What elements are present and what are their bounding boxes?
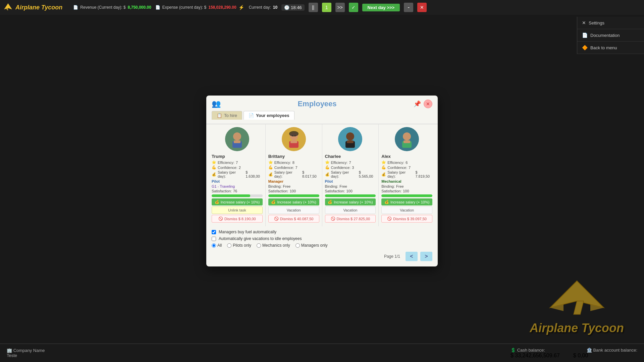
radio-pilots-input[interactable] — [227, 243, 231, 248]
radio-mechanics-label: Mechanics only — [262, 243, 290, 248]
tab-your-employees[interactable]: 📄 Your employees — [244, 111, 294, 120]
radio-all-label: All — [217, 243, 222, 248]
topbar-close-btn[interactable]: ✕ — [417, 3, 427, 12]
modal-overlay: 👥 Employees 📌 ✕ 📋 To hire 📄 Your employe… — [0, 0, 644, 362]
alex-confidence: 💪 Confidence: 7 — [381, 165, 432, 170]
trump-name: Trump — [212, 154, 263, 159]
cash-info: 💲 Cash balance: $ 33,242,656,509.67 — [511, 348, 560, 359]
svg-point-18 — [346, 132, 354, 140]
pause-btn[interactable]: || — [309, 3, 318, 12]
efficiency-icon-a: ⭐ — [381, 160, 386, 165]
radio-mechanics-input[interactable] — [257, 243, 261, 248]
alex-vacation-btn[interactable]: Vacation — [381, 206, 432, 214]
speed2-btn[interactable]: >> — [335, 3, 345, 12]
modal-header: 👥 Employees 📌 ✕ — [206, 96, 438, 111]
doc-icon: 📄 — [582, 33, 588, 38]
tab-your-employees-label: Your employees — [256, 113, 289, 118]
charlee-salary-btn[interactable]: 💰 Increase salary (+ 10%) — [325, 198, 376, 205]
radio-mechanics[interactable]: Mechanics only — [257, 243, 290, 248]
alex-satisfaction-bar — [381, 194, 432, 197]
alex-dismiss-btn[interactable]: 🚫 Dismiss $ 39.097,50 — [381, 215, 432, 223]
charlee-vacation-btn[interactable]: Vacation — [325, 206, 376, 214]
settings-label: Settings — [589, 20, 604, 25]
charlee-avatar-svg — [339, 128, 361, 150]
checkbox-fuel-row: Managers buy fuel automatically — [212, 230, 432, 234]
alex-avatar-svg — [396, 128, 418, 150]
svg-rect-24 — [404, 140, 410, 143]
employees-modal: 👥 Employees 📌 ✕ 📋 To hire 📄 Your employe… — [206, 96, 438, 266]
right-menu: ✕ Settings 📄 Documentation 🔶 Back to men… — [577, 17, 644, 54]
alex-satisfaction-label: Satisfaction: 100 — [381, 189, 432, 193]
arrow-icon: 🔶 — [582, 45, 588, 50]
svg-rect-20 — [347, 140, 354, 143]
alex-name: Alex — [381, 154, 432, 159]
employee-card-charlee: Charlee ⭐ Efficiency: 7 💪 Confidence: 3 … — [322, 124, 379, 226]
trump-salary-btn[interactable]: 💰 Increase salary (+ 10%) — [212, 198, 263, 205]
documentation-label: Documentation — [590, 33, 620, 38]
trump-unlink-btn[interactable]: Unlink task — [212, 206, 263, 214]
brittany-dismiss-btn[interactable]: 🚫 Dismiss $ 40.087,50 — [268, 215, 319, 223]
check-btn[interactable]: ✓ — [349, 3, 358, 12]
charlee-satisfaction-bar-container — [325, 194, 376, 197]
confidence-icon-b: 💪 — [268, 165, 273, 170]
trump-dismiss-btn[interactable]: 🚫 Dismiss $ 8.190,00 — [212, 215, 263, 223]
tab-to-hire[interactable]: 📋 To hire — [212, 111, 242, 120]
bank-info: 🏦 Bank account balance: $ 0,00 — [573, 348, 637, 359]
charlee-dismiss-btn[interactable]: 🚫 Dismiss $ 27.825,00 — [325, 215, 376, 223]
checkbox-fuel[interactable] — [212, 230, 216, 234]
radio-pilots-label: Pilots only — [233, 243, 251, 248]
alex-salary-btn[interactable]: 💰 Increase salary (+ 10%) — [381, 198, 432, 205]
modal-close-btn[interactable]: ✕ — [424, 100, 432, 108]
confidence-icon-c: 💪 — [325, 165, 330, 170]
radio-managers[interactable]: Managers only — [296, 243, 328, 248]
charlee-satisfaction-label: Satisfaction: 100 — [325, 189, 376, 193]
settings-menu-item[interactable]: ✕ Settings — [577, 17, 644, 29]
back-to-menu-item[interactable]: 🔶 Back to menu — [577, 42, 644, 54]
revenue-label: Revenue (Current day): $ — [80, 5, 125, 10]
charlee-confidence: 💪 Confidence: 3 — [325, 165, 376, 170]
salary-icon-a: 💰 — [381, 172, 386, 177]
brittany-binding: Binding: Free — [268, 184, 319, 188]
radio-pilots[interactable]: Pilots only — [227, 243, 251, 248]
efficiency-icon: ⭐ — [212, 160, 216, 165]
radio-all[interactable]: All — [212, 243, 222, 248]
trump-satisfaction-label: Satisfaction: 76 — [212, 189, 263, 193]
alex-efficiency: ⭐ Efficiency: 6 — [381, 160, 432, 165]
prev-page-btn[interactable]: < — [406, 252, 418, 261]
brittany-name: Brittany — [268, 154, 319, 159]
next-page-btn[interactable]: > — [420, 252, 432, 261]
speed1-btn[interactable]: 1 — [322, 3, 331, 12]
trump-satisfaction-bar — [212, 194, 250, 197]
documentation-menu-item[interactable]: 📄 Documentation — [577, 29, 644, 42]
employees-grid: Trump ⭐ Efficiency: 7 💪 Confidence: 2 💰 … — [206, 124, 438, 226]
time-block: 🕐 18:46 — [281, 4, 305, 11]
dismiss-icon-c: 🚫 — [331, 217, 335, 221]
revenue-value: 8,750,000.00 — [128, 5, 151, 10]
radio-managers-label: Managers only — [301, 243, 328, 248]
brittany-salary: 💰 Salary (per day): $ 8.017,50 — [268, 170, 319, 178]
alex-satisfaction-bar-container — [381, 194, 432, 197]
expense-doc-icon: 📄 — [155, 5, 160, 10]
radio-all-input[interactable] — [212, 243, 216, 248]
logo-area: Airplane Tycoon — [3, 3, 62, 12]
brittany-satisfaction-label: Satisfaction: 100 — [268, 189, 319, 193]
checkbox-fuel-label: Managers buy fuel automatically — [219, 230, 276, 234]
svg-rect-16 — [290, 140, 297, 143]
topbar-minus-btn[interactable]: - — [404, 3, 413, 12]
alex-binding: Binding: Free — [381, 184, 432, 188]
svg-point-13 — [292, 135, 293, 136]
brittany-salary-btn[interactable]: 💰 Increase salary (+ 10%) — [268, 198, 319, 205]
pin-icon: 📌 — [414, 100, 421, 108]
radio-managers-input[interactable] — [296, 243, 300, 248]
avatar-brittany — [282, 127, 306, 151]
bank-label-block: 🏦 Bank account balance: — [587, 348, 637, 353]
avatar-trump — [225, 127, 249, 151]
checkbox-vacation[interactable] — [212, 237, 216, 241]
page-info: Page 1/1 — [384, 254, 400, 259]
brittany-vacation-btn[interactable]: Vacation — [268, 206, 319, 214]
next-day-btn[interactable]: Next day >>> — [362, 4, 400, 11]
company-name-val: Teste — [7, 353, 45, 358]
app-title: Airplane Tycoon — [15, 4, 62, 11]
trump-task: G1 - Traveling — [212, 184, 263, 188]
charlee-role: Pilot — [325, 179, 376, 183]
